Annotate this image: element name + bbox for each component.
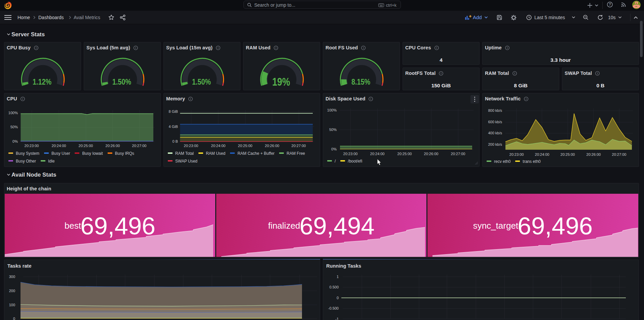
- svg-text:19%: 19%: [272, 76, 290, 88]
- svg-text:1.12%: 1.12%: [33, 77, 51, 86]
- svg-text:1.50%: 1.50%: [192, 77, 211, 86]
- svg-text:?: ?: [609, 3, 611, 6]
- svg-text:8.15%: 8.15%: [351, 77, 370, 86]
- svg-text:1.50%: 1.50%: [112, 77, 131, 86]
